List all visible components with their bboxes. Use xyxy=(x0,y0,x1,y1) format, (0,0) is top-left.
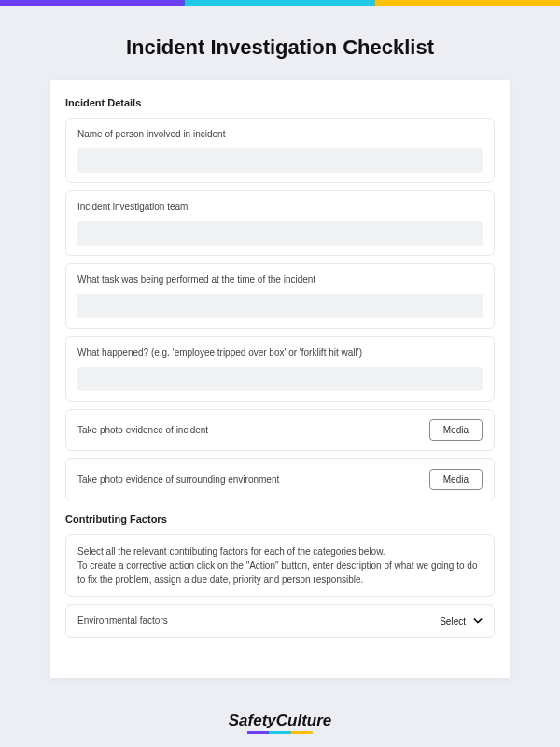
media-button-env[interactable]: Media xyxy=(429,469,483,490)
section-header-factors: Contributing Factors xyxy=(65,514,495,525)
field-label-photo-incident: Take photo evidence of incident xyxy=(77,424,429,437)
section-header-details: Incident Details xyxy=(65,97,495,108)
factors-instructions-block: Select all the relevant contributing fac… xyxy=(65,534,495,597)
field-person: Name of person involved in incident xyxy=(65,118,495,183)
field-label-task: What task was being performed at the tim… xyxy=(77,274,483,287)
input-person[interactable] xyxy=(77,148,483,173)
field-photo-env: Take photo evidence of surrounding envir… xyxy=(65,458,495,500)
field-team: Incident investigation team xyxy=(65,190,495,256)
field-label-team: Incident investigation team xyxy=(77,201,483,214)
top-accent-bar xyxy=(0,0,560,6)
field-task: What task was being performed at the tim… xyxy=(65,263,495,329)
brand-logo: SafetyCulture xyxy=(0,712,560,730)
field-env-factors: Environmental factors Select xyxy=(65,604,495,638)
field-label-env-factors: Environmental factors xyxy=(77,614,168,627)
field-label-photo-env: Take photo evidence of surrounding envir… xyxy=(77,473,429,486)
field-label-person: Name of person involved in incident xyxy=(77,128,483,141)
input-what[interactable] xyxy=(77,367,483,391)
select-label: Select xyxy=(440,616,466,627)
brand-text: SafetyCulture xyxy=(229,712,332,729)
field-photo-incident: Take photo evidence of incident Media xyxy=(65,409,495,451)
media-button-incident[interactable]: Media xyxy=(429,419,483,441)
chevron-down-icon xyxy=(473,616,483,626)
factors-instructions: Select all the relevant contributing fac… xyxy=(77,544,483,586)
input-team[interactable] xyxy=(77,221,483,246)
form-card: Incident Details Name of person involved… xyxy=(50,80,510,678)
select-env-factors[interactable]: Select xyxy=(440,616,483,627)
field-what: What happened? (e.g. 'employee tripped o… xyxy=(65,336,495,402)
field-label-what: What happened? (e.g. 'employee tripped o… xyxy=(77,346,483,359)
input-task[interactable] xyxy=(77,294,483,318)
page-title: Incident Investigation Checklist xyxy=(0,35,560,60)
